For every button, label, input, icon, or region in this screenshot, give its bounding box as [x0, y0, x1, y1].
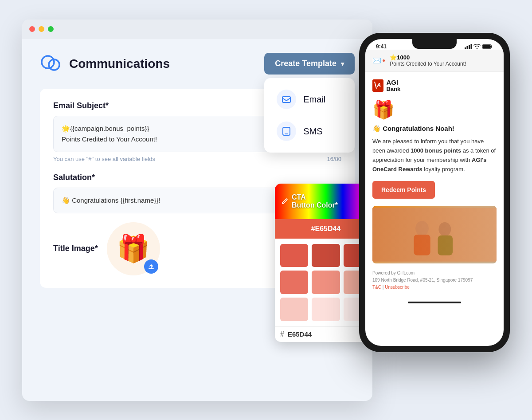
svg-rect-8 — [471, 44, 472, 49]
form-hint-text: You can use "#" to see all variable fiel… — [53, 156, 155, 162]
notif-content: ⭐1000 Points Credited to Your Account! — [390, 54, 466, 67]
swatch-1[interactable] — [280, 244, 308, 267]
footer-tc-link[interactable]: T&C — [372, 285, 381, 290]
swatch-2[interactable] — [312, 244, 340, 267]
traffic-light-minimize[interactable] — [39, 26, 44, 32]
notif-line2: Points Credited to Your Account! — [390, 61, 466, 67]
battery-icon — [482, 44, 493, 49]
agi-name-line2: Bank — [386, 86, 400, 92]
email-preview-content: A AGI Bank 🎁 👋 Congratulations Noah! We … — [365, 72, 504, 298]
email-icon-wrap — [277, 90, 296, 109]
create-template-dropdown: Email SMS — [264, 78, 355, 153]
footer-unsubscribe-link[interactable]: Unsubscribe — [385, 285, 410, 290]
dropdown-item-email[interactable]: Email — [270, 83, 349, 115]
title-image-label: Title Image* — [53, 244, 98, 253]
notification-banner: ✉️ ● ⭐1000 Points Credited to Your Accou… — [365, 50, 504, 72]
footer-links: T&C | Unsubscribe — [372, 284, 497, 291]
agi-logo: A AGI Bank — [372, 79, 400, 93]
svg-rect-6 — [467, 46, 468, 49]
couple-image — [372, 206, 497, 263]
agi-name-line1: AGI — [386, 79, 400, 86]
button-color-label: Button Color* — [292, 201, 338, 209]
app-logo-area: Communications — [40, 52, 170, 75]
congrats-text: 👋 Congratulations Noah! — [372, 125, 497, 133]
sms-icon — [282, 126, 291, 136]
svg-point-0 — [42, 56, 54, 68]
phone-home-indicator — [408, 302, 461, 303]
footer-powered-by: Powered by Giift.com — [372, 270, 497, 277]
create-template-button[interactable]: Create Template ▾ — [264, 53, 355, 75]
notif-title: ⭐1000 — [390, 54, 466, 61]
upload-button[interactable] — [144, 259, 158, 274]
app-header: Communications Create Template ▾ — [40, 52, 355, 75]
footer-address: 109 North Bridge Road, #05-21, Singapore… — [372, 277, 497, 284]
gift-icon-email: 🎁 — [372, 99, 497, 120]
dropdown-email-label: Email — [303, 94, 325, 105]
svg-rect-16 — [372, 208, 497, 262]
color-picker-title: CTA Button Color* — [281, 193, 338, 209]
salutation-value: 👋 Congratulations {{first.name}}! — [62, 196, 160, 204]
wifi-icon — [473, 44, 481, 49]
cta-label: CTA — [292, 193, 338, 201]
phone-time: 9:41 — [376, 43, 387, 50]
selected-color-hex: #E65D44 — [311, 225, 341, 233]
phone-screen: 9:41 — [365, 39, 504, 346]
communications-logo-icon — [40, 52, 63, 75]
svg-rect-2 — [282, 97, 290, 102]
dropdown-item-sms[interactable]: SMS — [270, 115, 349, 147]
sms-icon-wrap — [277, 122, 296, 141]
pencil-icon — [281, 198, 288, 205]
gift-emoji: 🎁 — [117, 233, 150, 264]
browser-titlebar — [22, 20, 372, 39]
status-icons — [465, 44, 493, 49]
agi-text: A — [377, 82, 381, 88]
phone-notch — [412, 39, 457, 49]
swatch-5[interactable] — [312, 271, 340, 294]
dropdown-sms-label: SMS — [303, 126, 322, 137]
notif-icon: ✉️ ● — [372, 56, 385, 65]
email-icon — [282, 94, 291, 104]
swatch-7[interactable] — [280, 298, 308, 321]
traffic-light-fullscreen[interactable] — [48, 26, 54, 32]
upload-icon — [148, 263, 155, 270]
swatch-8[interactable] — [312, 298, 340, 321]
agi-badge: A — [372, 79, 383, 92]
salutation-label: Salutation* — [53, 173, 341, 182]
couple-illustration — [372, 206, 497, 263]
svg-rect-7 — [469, 45, 470, 49]
hash-symbol: # — [280, 330, 284, 338]
email-body-text: We are pleased to inform you that you ha… — [372, 137, 497, 174]
phone-mockup: 9:41 — [359, 33, 510, 352]
agi-bank-name: AGI Bank — [386, 79, 400, 93]
create-template-label: Create Template — [275, 59, 336, 68]
app-title: Communications — [69, 57, 170, 71]
agi-logo-area: A AGI Bank — [372, 79, 497, 93]
redeem-points-button[interactable]: Redeem Points — [372, 181, 435, 199]
signal-icon — [465, 44, 472, 49]
redeem-btn-label: Redeem Points — [381, 186, 426, 193]
chevron-down-icon: ▾ — [341, 60, 344, 67]
email-footer: Powered by Giift.com 109 North Bridge Ro… — [372, 270, 497, 291]
create-template-container: Create Template ▾ Email — [264, 53, 355, 75]
traffic-light-close[interactable] — [29, 26, 35, 32]
notif-line1: ⭐1000 — [390, 54, 410, 61]
svg-rect-10 — [483, 45, 491, 48]
swatch-4[interactable] — [280, 271, 308, 294]
svg-rect-5 — [465, 47, 466, 49]
form-hint-row: You can use "#" to see all variable fiel… — [53, 156, 341, 162]
svg-rect-4 — [285, 133, 288, 134]
title-image-upload[interactable]: 🎁 — [107, 222, 160, 275]
char-count: 16/80 — [327, 156, 341, 162]
